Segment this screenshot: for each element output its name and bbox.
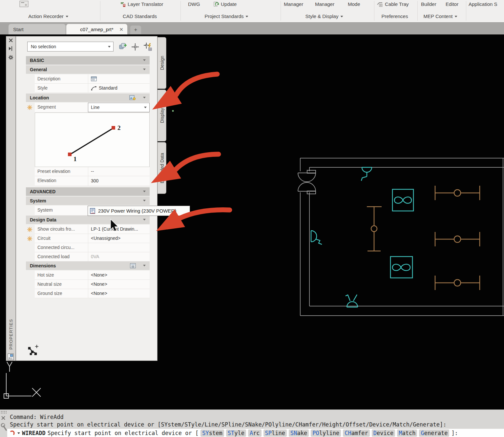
action-recorder-icon[interactable] bbox=[19, 0, 30, 8]
location-image-icon[interactable] bbox=[129, 95, 136, 100]
system-definition-icon bbox=[90, 208, 96, 214]
collapse-icon[interactable] bbox=[143, 219, 146, 220]
wire-device-vertical[interactable] bbox=[367, 207, 382, 251]
keyword-spline[interactable]: SPline bbox=[263, 429, 287, 437]
close-tab-icon[interactable]: ✕ bbox=[119, 24, 123, 35]
quick-select-icon[interactable] bbox=[143, 42, 152, 51]
wire-switch-1[interactable] bbox=[435, 186, 480, 200]
keyword-match[interactable]: Match bbox=[397, 429, 417, 437]
junction-box-top[interactable] bbox=[392, 189, 413, 211]
row-connected-load[interactable]: Connected load 0VA bbox=[35, 252, 150, 261]
manager-1-button[interactable]: Manager bbox=[284, 0, 303, 8]
collapse-icon[interactable] bbox=[143, 191, 146, 192]
ribbon-panel-cad-standards[interactable]: CAD Standards bbox=[123, 13, 157, 20]
row-style[interactable]: Style Standard bbox=[35, 84, 150, 93]
builder-button[interactable]: Builder bbox=[421, 0, 436, 8]
row-segment[interactable]: Segment Line bbox=[35, 103, 150, 113]
row-circuit[interactable]: Circuit <Unassigned> bbox=[35, 234, 150, 243]
row-description[interactable]: Description bbox=[35, 74, 150, 84]
keyword-snake[interactable]: SNake bbox=[289, 429, 309, 437]
layer-translator-icon bbox=[120, 1, 126, 7]
wire-switch-2[interactable] bbox=[435, 232, 480, 246]
ceiling-light-bottom[interactable] bbox=[346, 295, 358, 307]
preview-point-2 bbox=[112, 126, 115, 130]
panel-divider bbox=[374, 1, 374, 21]
row-connected-circuits[interactable]: Connected circu... bbox=[35, 243, 150, 252]
door-symbol[interactable] bbox=[298, 170, 316, 194]
pick-point-dot bbox=[172, 110, 174, 112]
palette-settings-gear-icon[interactable] bbox=[8, 55, 13, 60]
row-elevation[interactable]: Elevation 300 bbox=[35, 176, 150, 186]
auto-hide-icon[interactable] bbox=[8, 46, 13, 52]
row-neutral-size[interactable]: Neutral size <None> bbox=[35, 280, 150, 289]
tab-start[interactable]: Start bbox=[9, 24, 66, 35]
description-editor-icon[interactable] bbox=[91, 76, 97, 81]
ribbon-panel-mep-content[interactable]: MEP Content bbox=[424, 13, 457, 20]
select-objects-icon[interactable] bbox=[131, 43, 139, 51]
tab-design[interactable]: Design bbox=[158, 37, 166, 89]
collapse-icon[interactable] bbox=[143, 59, 146, 61]
cable-tray-button[interactable]: Cable Tray bbox=[377, 0, 409, 8]
keyword-system[interactable]: SYstem bbox=[200, 429, 224, 437]
editor-button[interactable]: Editor bbox=[446, 0, 458, 8]
command-input-line[interactable]: WIREADD Specify start point on electrica… bbox=[7, 429, 504, 437]
row-hot-size[interactable]: Hot size <None> bbox=[35, 271, 150, 280]
tab-extended-data[interactable]: Extended Data bbox=[158, 142, 166, 194]
section-system[interactable]: System bbox=[26, 197, 150, 205]
mode-button[interactable]: Mode bbox=[348, 0, 360, 8]
keyword-arc[interactable]: Arc bbox=[248, 429, 262, 437]
collapse-icon[interactable] bbox=[143, 97, 146, 98]
recent-commands-icon[interactable] bbox=[17, 432, 20, 434]
section-advanced[interactable]: ADVANCED bbox=[26, 187, 150, 196]
row-preset-elevation[interactable]: Preset elevation -- bbox=[35, 167, 150, 176]
tab-drawing[interactable]: c07_amep_prt* ✕ bbox=[66, 24, 127, 35]
override-sun-icon bbox=[27, 236, 32, 241]
update-icon bbox=[213, 1, 219, 7]
row-ground-size[interactable]: Ground size <None> bbox=[35, 289, 150, 298]
layer-translator-button[interactable]: Layer Translator bbox=[120, 0, 163, 8]
section-general[interactable]: General bbox=[26, 65, 150, 74]
customize-wrench-icon[interactable] bbox=[1, 423, 7, 431]
new-tab-button[interactable]: + bbox=[130, 26, 141, 34]
row-show-circuits[interactable]: Show circuits fro... LP-1 (Current Drawi… bbox=[35, 225, 150, 234]
selection-dropdown[interactable]: No selection bbox=[27, 42, 114, 52]
keyword-generate[interactable]: Generate bbox=[419, 429, 449, 437]
ribbon-panel-action-recorder[interactable]: Action Recorder bbox=[28, 13, 68, 20]
section-design-data[interactable]: Design Data bbox=[26, 216, 150, 224]
ceiling-light-top[interactable] bbox=[361, 167, 372, 181]
close-command-icon[interactable] bbox=[1, 416, 6, 420]
section-basic[interactable]: BASIC bbox=[26, 56, 150, 65]
collapse-icon[interactable] bbox=[143, 200, 146, 201]
section-location[interactable]: Location bbox=[26, 94, 150, 102]
wire-switch-3[interactable] bbox=[435, 276, 480, 290]
keyword-chamfer[interactable]: CHamfer bbox=[343, 429, 370, 437]
junction-box-bottom[interactable] bbox=[390, 257, 412, 278]
chevron-down-icon bbox=[454, 16, 457, 17]
palette-title-strip[interactable]: PROPERTIES bbox=[6, 36, 16, 361]
dwg-button[interactable]: DWG bbox=[188, 0, 200, 8]
close-icon[interactable] bbox=[8, 38, 13, 43]
command-history-line-2: Specify start point on electrical device… bbox=[10, 421, 447, 428]
wall-sconce-light[interactable] bbox=[311, 231, 322, 244]
keyword-polyline[interactable]: POlyline bbox=[311, 429, 341, 437]
manager-2-button[interactable]: Manager bbox=[315, 0, 334, 8]
section-dimensions[interactable]: Dimensions bbox=[26, 261, 150, 270]
keyword-style[interactable]: STyle bbox=[226, 429, 246, 437]
collapse-icon[interactable] bbox=[143, 69, 146, 70]
tab-display[interactable]: Display bbox=[158, 90, 166, 141]
drag-handle-icon[interactable] bbox=[1, 411, 7, 414]
keyword-device[interactable]: Device bbox=[372, 429, 395, 437]
application-menu-item[interactable]: Application S bbox=[469, 0, 497, 8]
ribbon-panel-style-display[interactable]: Style & Display bbox=[305, 13, 343, 20]
collapse-icon[interactable] bbox=[143, 265, 146, 266]
toggle-pickadd-icon[interactable] bbox=[118, 42, 128, 51]
chevron-down-icon bbox=[340, 16, 343, 17]
palette-properties-icon[interactable] bbox=[8, 353, 14, 361]
ribbon-panel-preferences[interactable]: Preferences bbox=[382, 13, 408, 20]
ribbon-panel-project-standards[interactable]: Project Standards bbox=[204, 13, 248, 20]
segment-select[interactable]: Line bbox=[88, 103, 150, 112]
calculator-icon[interactable] bbox=[130, 263, 136, 268]
override-sun-icon bbox=[27, 227, 32, 232]
style-icon bbox=[91, 86, 97, 91]
update-button[interactable]: Update bbox=[213, 0, 237, 8]
